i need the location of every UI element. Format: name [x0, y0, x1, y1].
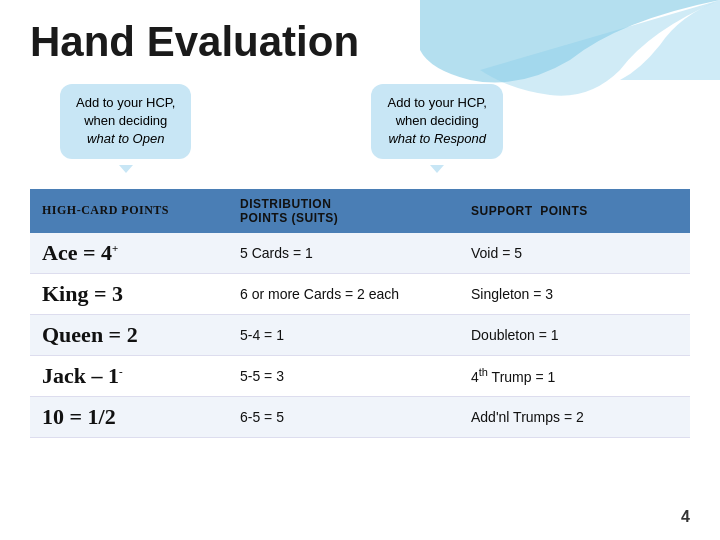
evaluation-table: HIGH-CARD POINTS DISTRIBUTIONPOINTS (Sui…	[30, 189, 690, 438]
cell-dist: 6-5 = 5	[228, 396, 459, 437]
table-header: HIGH-CARD POINTS DISTRIBUTIONPOINTS (Sui…	[30, 189, 690, 233]
table-row: King = 36 or more Cards = 2 eachSingleto…	[30, 273, 690, 314]
cell-dist: 5-4 = 1	[228, 314, 459, 355]
callout-open-line3: what to Open	[87, 131, 164, 146]
callout-respond-line3: what to Respond	[388, 131, 486, 146]
table-row: Ace = 4+5 Cards = 1Void = 5	[30, 233, 690, 274]
callout-open-line2: when deciding	[84, 113, 167, 128]
header-dist: DISTRIBUTIONPOINTS (Suits)	[228, 189, 459, 233]
page-number: 4	[681, 508, 690, 526]
table-body: Ace = 4+5 Cards = 1Void = 5King = 36 or …	[30, 233, 690, 438]
page-title: Hand Evaluation	[30, 18, 690, 66]
callout-respond-line1: Add to your HCP,	[387, 95, 486, 110]
cell-hcp: King = 3	[30, 273, 228, 314]
cell-dist: 5-5 = 3	[228, 355, 459, 396]
table-row: Jack – 1-5-5 = 34th Trump = 1	[30, 355, 690, 396]
cell-dist: 6 or more Cards = 2 each	[228, 273, 459, 314]
cell-support: 4th Trump = 1	[459, 355, 690, 396]
callout-open: Add to your HCP, when deciding what to O…	[60, 84, 191, 159]
cell-support: Singleton = 3	[459, 273, 690, 314]
cell-support: Add'nl Trumps = 2	[459, 396, 690, 437]
cell-hcp: Ace = 4+	[30, 233, 228, 274]
header-row: HIGH-CARD POINTS DISTRIBUTIONPOINTS (Sui…	[30, 189, 690, 233]
callout-respond-line2: when deciding	[396, 113, 479, 128]
callouts-row: Add to your HCP, when deciding what to O…	[30, 84, 690, 159]
cell-hcp: 10 = 1/2	[30, 396, 228, 437]
cell-dist: 5 Cards = 1	[228, 233, 459, 274]
header-support: SUPPORT POINTS	[459, 189, 690, 233]
cell-support: Void = 5	[459, 233, 690, 274]
callout-respond: Add to your HCP, when deciding what to R…	[371, 84, 502, 159]
table-row: 10 = 1/26-5 = 5Add'nl Trumps = 2	[30, 396, 690, 437]
cell-support: Doubleton = 1	[459, 314, 690, 355]
cell-hcp: Queen = 2	[30, 314, 228, 355]
callout-open-line1: Add to your HCP,	[76, 95, 175, 110]
cell-hcp: Jack – 1-	[30, 355, 228, 396]
header-hcp: HIGH-CARD POINTS	[30, 189, 228, 233]
table-row: Queen = 25-4 = 1Doubleton = 1	[30, 314, 690, 355]
